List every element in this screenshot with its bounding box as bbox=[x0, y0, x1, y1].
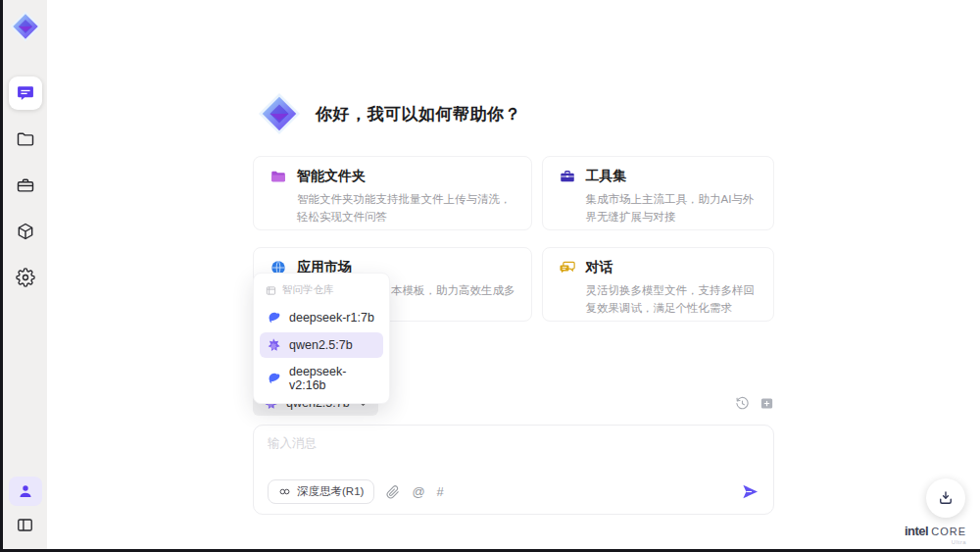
library-icon bbox=[266, 285, 276, 296]
model-option-label: qwen2.5:7b bbox=[289, 338, 353, 352]
card-title: 工具集 bbox=[586, 168, 627, 185]
card-title: 智能文件夹 bbox=[297, 168, 366, 185]
model-dropdown: 智问学仓库 deepseek-r1:7b qwen2.5:7b bbox=[253, 273, 390, 404]
model-dropdown-header-label: 智问学仓库 bbox=[282, 283, 334, 297]
card-desc: 灵活切换多模型文件，支持多样回复效果调试，满足个性化需求 bbox=[559, 282, 759, 318]
intel-core-logo: intel CORE Ultra bbox=[905, 525, 966, 545]
sidebar-item-models[interactable] bbox=[9, 215, 42, 248]
sidebar-item-user[interactable] bbox=[9, 477, 42, 506]
send-button[interactable] bbox=[741, 482, 760, 501]
new-chat-icon[interactable] bbox=[760, 396, 774, 411]
hash-icon[interactable]: # bbox=[437, 485, 444, 498]
brand-ultra-text: Ultra bbox=[905, 539, 966, 545]
input-actions: 深度思考(R1) @ # bbox=[268, 479, 760, 504]
deep-think-toggle[interactable]: 深度思考(R1) bbox=[268, 479, 374, 504]
greeting-row: 你好，我可以如何帮助你？ bbox=[253, 91, 774, 136]
sidebar-item-folders[interactable] bbox=[9, 123, 42, 156]
card-toolset[interactable]: 工具集 集成市场上主流工具，助力AI与外界无缝扩展与对接 bbox=[542, 156, 775, 230]
message-input[interactable] bbox=[268, 435, 760, 457]
sidebar-nav bbox=[9, 76, 42, 294]
gear-icon bbox=[16, 268, 35, 287]
screen-bezel-left bbox=[0, 0, 3, 552]
card-desc: 集成市场上主流工具，助力AI与外界无缝扩展与对接 bbox=[559, 191, 759, 226]
model-option-qwen[interactable]: qwen2.5:7b bbox=[260, 332, 383, 358]
main-area: 你好，我可以如何帮助你？ 智能文件夹 智能文件夹功能支持批量文件上传与清洗，轻松… bbox=[47, 0, 980, 549]
model-option-deepseek-v2[interactable]: deepseek-v2:16b bbox=[260, 360, 383, 397]
user-icon bbox=[17, 482, 34, 500]
card-smart-folder[interactable]: 智能文件夹 智能文件夹功能支持批量文件上传与清洗，轻松实现文件问答 bbox=[253, 156, 532, 230]
qwen-icon bbox=[266, 337, 281, 353]
sidebar-item-settings[interactable] bbox=[9, 261, 42, 294]
chat-icon bbox=[16, 83, 35, 103]
deepseek-icon bbox=[266, 310, 281, 326]
sidebar bbox=[3, 0, 47, 549]
deepthink-icon bbox=[278, 485, 291, 498]
briefcase-icon bbox=[16, 176, 35, 195]
model-dropdown-header: 智问学仓库 bbox=[260, 279, 383, 303]
card-title: 对话 bbox=[586, 259, 613, 276]
download-icon bbox=[937, 489, 955, 507]
toolset-icon bbox=[559, 168, 576, 185]
panel-toggle-icon bbox=[16, 516, 34, 534]
deepseek-icon bbox=[266, 371, 281, 386]
brand-core-text: CORE bbox=[931, 527, 966, 537]
sidebar-item-toolbox[interactable] bbox=[9, 169, 42, 202]
brand-intel-text: intel bbox=[905, 525, 928, 537]
sidebar-item-chat[interactable] bbox=[9, 76, 42, 110]
model-option-label: deepseek-r1:7b bbox=[289, 311, 374, 325]
history-icon[interactable] bbox=[735, 396, 750, 411]
chat-input-box: 深度思考(R1) @ # bbox=[253, 425, 774, 515]
app-logo-icon bbox=[9, 10, 42, 43]
app-window: 你好，我可以如何帮助你？ 智能文件夹 智能文件夹功能支持批量文件上传与清洗，轻松… bbox=[0, 0, 980, 552]
model-option-label: deepseek-v2:16b bbox=[289, 365, 377, 392]
card-desc: 智能文件夹功能支持批量文件上传与清洗，轻松实现文件问答 bbox=[270, 191, 515, 226]
model-option-deepseek-r1[interactable]: deepseek-r1:7b bbox=[260, 305, 383, 330]
download-button[interactable] bbox=[926, 478, 965, 518]
deep-think-label: 深度思考(R1) bbox=[297, 484, 364, 499]
mention-icon[interactable]: @ bbox=[412, 485, 424, 498]
folder-icon bbox=[16, 129, 35, 149]
card-dialog[interactable]: 对话 灵活切换多模型文件，支持多样回复效果调试，满足个性化需求 bbox=[542, 247, 775, 322]
dialog-icon bbox=[559, 259, 576, 276]
sidebar-item-collapse[interactable] bbox=[9, 510, 42, 539]
chat-actions bbox=[735, 396, 774, 411]
send-icon bbox=[741, 482, 760, 501]
attachment-icon[interactable] bbox=[386, 485, 400, 499]
smart-folder-icon bbox=[270, 168, 287, 185]
greeting-text: 你好，我可以如何帮助你？ bbox=[316, 103, 521, 125]
assistant-logo-icon bbox=[257, 91, 302, 136]
cube-icon bbox=[16, 222, 35, 241]
sidebar-bottom bbox=[9, 477, 42, 539]
